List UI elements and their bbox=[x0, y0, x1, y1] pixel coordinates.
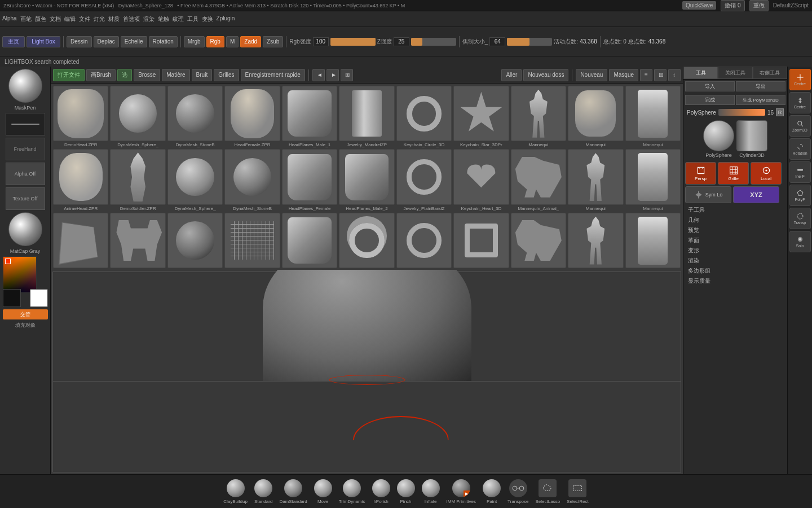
rotation-icon-btn[interactable]: Rotation bbox=[789, 138, 811, 160]
mrgb-btn[interactable]: Mrgb bbox=[184, 36, 205, 47]
thumb-StoneB1[interactable]: DynaMesh_StoneB bbox=[167, 86, 223, 147]
rgb-intensity-value[interactable]: 100 bbox=[313, 37, 329, 46]
undo-btn[interactable]: 撤销 0 bbox=[721, 0, 744, 11]
surface-item[interactable]: 革面 bbox=[683, 235, 787, 246]
thumb-extra1[interactable]: Mannequi bbox=[568, 86, 623, 147]
thumbnail-area[interactable]: DemoHead.ZPR DynaMesh_Sphere_ bbox=[51, 84, 683, 270]
right-tool-tab[interactable]: 右侧工具 bbox=[753, 67, 787, 79]
preview-polysphere[interactable]: PolySphere bbox=[703, 120, 734, 158]
geometry-item[interactable]: 几何 bbox=[683, 215, 787, 225]
brush-move[interactable]: Move bbox=[314, 479, 332, 504]
black-swatch[interactable] bbox=[3, 289, 21, 307]
menu-doc[interactable]: 文档 bbox=[50, 15, 61, 23]
color-picker[interactable] bbox=[3, 256, 37, 293]
brush-preview[interactable] bbox=[8, 69, 42, 103]
deplac-icon-btn[interactable]: Centre bbox=[789, 92, 811, 113]
alpha-preview[interactable]: FreeHand bbox=[6, 138, 45, 160]
thumb-RingPlain[interactable]: Jewelry_PlainBandZ bbox=[396, 149, 452, 211]
brush-selectrect[interactable]: SelectRect bbox=[567, 479, 589, 504]
thumb-DynaMesh3[interactable]: DynaMesh_Sphere_ bbox=[167, 213, 223, 270]
thumb-KeychainCircle[interactable]: Keychain_Circle_3D bbox=[396, 86, 452, 147]
rgb-btn[interactable]: Rgb bbox=[206, 36, 224, 47]
thumb-KeychainStar[interactable]: Keychain_Star_3DPr bbox=[453, 86, 509, 147]
thumb-DynaMesh1[interactable]: DynaMesh_Sphere_ bbox=[110, 86, 165, 147]
brush-transpose[interactable]: Transpose bbox=[508, 479, 529, 504]
menu-tool[interactable]: 工具 bbox=[187, 15, 198, 23]
select-btn[interactable]: 选 bbox=[117, 69, 132, 81]
grid-nav-btn[interactable]: ⊞ bbox=[341, 69, 353, 81]
zsub-btn[interactable]: Zsub bbox=[263, 36, 283, 47]
focal-slider[interactable] bbox=[507, 38, 552, 46]
inline-btn[interactable]: Ine-F bbox=[789, 161, 811, 183]
room-item[interactable]: 渲染 bbox=[683, 256, 787, 266]
white-swatch[interactable] bbox=[30, 289, 48, 307]
thumb-HeadPlanes1[interactable]: HeadPlanes_Male_1 bbox=[282, 86, 337, 147]
masque-btn[interactable]: Masque bbox=[609, 69, 638, 81]
thumb-EngagementRing[interactable]: Jewelry_Engagemen bbox=[339, 213, 394, 270]
thumb-Mannequin2[interactable]: Mannequi bbox=[568, 149, 623, 211]
thumb-extra4[interactable]: Mannequi bbox=[625, 213, 681, 270]
brush-claybuildup[interactable]: ClayBuildup bbox=[223, 479, 248, 504]
m-btn[interactable]: M bbox=[226, 36, 239, 47]
thumb-HeadFemale[interactable]: HeadFemale.ZPR bbox=[224, 86, 280, 147]
grilles-btn[interactable]: Grilles bbox=[214, 69, 239, 81]
thumb-KeychainHeart[interactable]: Keychain_Heart_3D bbox=[453, 149, 509, 211]
thumb-extra2[interactable]: Mannequi bbox=[625, 86, 681, 147]
brush-hpolish[interactable]: hPolish bbox=[372, 479, 390, 504]
finish-btn[interactable]: 完成 bbox=[685, 95, 735, 105]
local-btn[interactable]: Local bbox=[751, 162, 782, 185]
next-nav-btn[interactable]: ► bbox=[326, 69, 339, 81]
brush-standard[interactable]: Standard bbox=[254, 479, 272, 504]
lightbox-btn[interactable]: Light Box bbox=[27, 36, 60, 47]
menu-zplugin[interactable]: Zplugin bbox=[217, 15, 235, 23]
thumb-MannequinAnimal1[interactable]: Mannequin_Animal_ bbox=[511, 149, 566, 211]
texture-off-btn[interactable]: Texture Off bbox=[6, 187, 45, 210]
polysphere-r-btn[interactable]: R bbox=[776, 108, 784, 116]
polyf-btn[interactable]: PolyF bbox=[789, 185, 811, 206]
preview-item[interactable]: 预览 bbox=[683, 225, 787, 235]
menu-material[interactable]: 材质 bbox=[108, 15, 120, 23]
sym-lo-btn[interactable]: Sym Lo bbox=[685, 186, 731, 203]
matcap-preview[interactable] bbox=[8, 212, 42, 246]
close-tool-tab[interactable]: 关闭工具 bbox=[718, 67, 752, 79]
list-view-btn[interactable]: ≡ bbox=[640, 69, 652, 81]
main-btn[interactable]: 主页 bbox=[2, 36, 25, 47]
focal-value[interactable]: 64 bbox=[489, 37, 505, 46]
menu-light[interactable]: 灯光 bbox=[94, 15, 105, 23]
export-btn[interactable]: 导出 bbox=[736, 81, 785, 91]
thumb-extra3[interactable]: Mannequi bbox=[625, 149, 681, 211]
rapid-save-btn[interactable]: Enregistrement rapide bbox=[241, 69, 305, 81]
thumb-Mandrel[interactable]: Jewelry_MandreIZP bbox=[339, 86, 394, 147]
menu-brush[interactable]: 画笔 bbox=[20, 15, 32, 23]
persp-btn[interactable]: Persp bbox=[685, 162, 716, 185]
menu-alpha[interactable]: Alpha bbox=[2, 15, 17, 23]
stroke-preview[interactable] bbox=[6, 113, 45, 135]
transform-item[interactable]: 变形 bbox=[683, 246, 787, 256]
thumb-Dog[interactable]: Doo.ZPR bbox=[110, 213, 165, 270]
thumb-HeadPlanesFemale2[interactable]: HeadPlanes_Female bbox=[282, 213, 337, 270]
brush-paint[interactable]: Paint bbox=[483, 479, 501, 504]
thumb-StoneB2[interactable]: DynaMesh_StoneB bbox=[224, 149, 280, 211]
new-doc-btn[interactable]: Nouveau doss bbox=[523, 69, 568, 81]
thumb-Mannequin1[interactable]: Mannequi bbox=[511, 86, 566, 147]
menu-stroke[interactable]: 笔触 bbox=[158, 15, 169, 23]
transp-btn[interactable]: Transp bbox=[789, 208, 811, 229]
main-viewport[interactable] bbox=[51, 270, 683, 474]
brosse-btn[interactable]: Brosse bbox=[134, 69, 160, 81]
go-btn[interactable]: Aller bbox=[501, 69, 522, 81]
menu-color[interactable]: 颜色 bbox=[35, 15, 46, 23]
exchange-btn[interactable]: 交管 bbox=[3, 309, 48, 319]
sort-btn[interactable]: ↕ bbox=[668, 69, 681, 81]
open-file-btn[interactable]: 打开文件 bbox=[53, 69, 85, 81]
thumb-DemoSoldier[interactable]: DemoSoldier.ZPR bbox=[110, 149, 165, 211]
thumb-SignetRing[interactable]: Jewelry_SignetRing_ bbox=[396, 213, 452, 270]
thumb-MannequinAnimal2[interactable]: Mannequin_Animal bbox=[511, 213, 566, 270]
grid-view-btn[interactable]: ⊞ bbox=[654, 69, 667, 81]
thumb-Grid[interactable]: Grid.ZPR bbox=[224, 213, 280, 270]
menu-edit[interactable]: 编辑 bbox=[64, 15, 76, 23]
echelle-btn[interactable]: Echelle bbox=[121, 36, 147, 47]
generate-btn[interactable]: 生成 PolyMesh3D bbox=[736, 95, 785, 105]
thumb-KeychainSquare[interactable]: Keychain_Square_3D bbox=[453, 213, 509, 270]
grille-btn[interactable]: Grille bbox=[718, 162, 749, 185]
thumb-HeadPlanesFemale[interactable]: HeadPlanes_Female bbox=[282, 149, 337, 211]
